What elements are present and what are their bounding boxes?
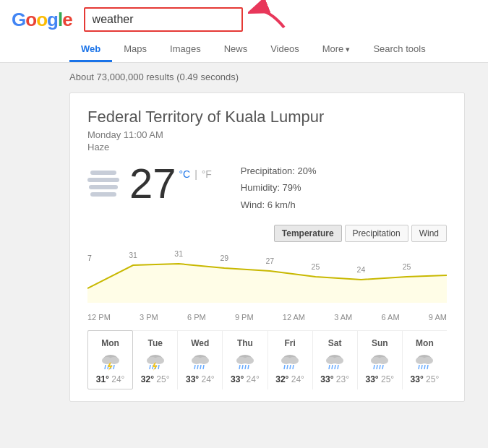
hour-label-2: 6 PM <box>187 313 206 322</box>
search-arrow-indicator <box>248 0 288 30</box>
weather-icon-area: 27 °C | °F <box>87 163 212 204</box>
svg-line-46 <box>293 365 294 369</box>
svg-line-58 <box>377 365 377 369</box>
temp-units: °C | °F <box>179 168 212 180</box>
svg-point-63 <box>423 357 433 364</box>
results-area: About 73,000,000 results (0.49 seconds) … <box>0 63 488 413</box>
daily-forecast: Mon 31° 24° <box>87 330 447 389</box>
svg-point-28 <box>199 357 209 364</box>
day-temps-3: 33° 24° <box>226 374 264 384</box>
svg-line-38 <box>245 365 246 369</box>
hour-label-4: 12 AM <box>283 313 305 322</box>
temp-display: 27 °C | °F <box>129 163 212 204</box>
hour-labels: 12 PM 3 PM 6 PM 9 PM 12 AM 3 AM 6 AM 9 A… <box>87 313 447 322</box>
weather-card: Federal Territory of Kuala Lumpur Monday… <box>69 92 465 402</box>
svg-line-65 <box>421 365 422 369</box>
header-top: Google weather <box>12 7 476 32</box>
svg-marker-1 <box>87 264 447 303</box>
tab-web[interactable]: Web <box>69 38 112 62</box>
header: Google weather Web Maps Images News Vide… <box>0 0 488 63</box>
precipitation-button[interactable]: Precipitation <box>345 225 408 242</box>
day-name-1: Tue <box>136 338 174 348</box>
svg-line-45 <box>290 365 291 369</box>
svg-line-21 <box>150 365 150 369</box>
svg-point-49 <box>333 357 343 364</box>
svg-text:24: 24 <box>357 265 366 274</box>
svg-line-16 <box>114 365 114 369</box>
tab-search-tools[interactable]: Search tools <box>361 38 437 62</box>
day-icon-4 <box>271 351 309 371</box>
svg-line-31 <box>200 365 201 369</box>
svg-text:25: 25 <box>312 262 320 271</box>
tab-more[interactable]: More <box>311 38 362 62</box>
forecast-day-5[interactable]: Sat 33° 23° <box>313 331 358 389</box>
day-temps-4: 32° 24° <box>271 374 309 384</box>
svg-line-30 <box>197 365 198 369</box>
haze-icon <box>87 171 119 197</box>
temperature-button[interactable]: Temperature <box>274 225 342 242</box>
svg-text:31: 31 <box>129 251 137 259</box>
forecast-day-2[interactable]: Wed 33° 24° <box>178 331 223 389</box>
svg-text:27: 27 <box>87 254 92 262</box>
day-icon-3 <box>226 351 264 371</box>
svg-text:31: 31 <box>174 249 183 258</box>
svg-line-32 <box>203 365 204 369</box>
weather-condition: Haze <box>87 142 447 152</box>
search-box-wrapper: weather <box>84 7 243 32</box>
location-name: Federal Territory of Kuala Lumpur <box>87 108 447 126</box>
hour-label-3: 9 PM <box>235 313 254 322</box>
forecast-day-1[interactable]: Tue 32° 25° <box>133 331 178 389</box>
svg-line-29 <box>194 365 195 369</box>
google-logo[interactable]: Google <box>12 9 72 31</box>
precipitation-text: Precipitation: 20% <box>241 163 317 179</box>
search-input[interactable]: weather <box>84 7 243 32</box>
svg-line-44 <box>287 365 288 369</box>
svg-line-57 <box>374 365 374 369</box>
day-temps-0: 31° 24° <box>91 374 129 384</box>
svg-line-66 <box>424 365 425 369</box>
day-name-6: Sun <box>361 338 399 348</box>
day-temps-1: 32° 25° <box>136 374 174 384</box>
forecast-day-4[interactable]: Fri 32° 24° <box>268 331 313 389</box>
temperature-number: 27 <box>129 163 176 204</box>
day-icon-5 <box>316 351 354 371</box>
svg-point-42 <box>288 357 299 364</box>
svg-line-43 <box>284 365 285 369</box>
svg-line-60 <box>382 365 383 369</box>
hour-label-5: 3 AM <box>334 313 352 322</box>
svg-text:29: 29 <box>220 254 228 262</box>
tab-maps[interactable]: Maps <box>112 38 158 62</box>
date-time: Monday 11:00 AM <box>87 129 447 140</box>
tab-videos[interactable]: Videos <box>259 38 311 62</box>
weather-chart-svg: 27 31 31 29 27 25 24 25 <box>87 245 447 303</box>
day-icon-7 <box>406 351 444 371</box>
day-temps-2: 33° 24° <box>181 374 219 384</box>
current-weather: 27 °C | °F Precipitation: 20% Humidity: … <box>87 163 447 213</box>
svg-line-37 <box>242 365 243 369</box>
day-name-4: Fri <box>271 338 309 348</box>
fahrenheit-link[interactable]: °F <box>202 168 212 180</box>
forecast-day-3[interactable]: Thu 33° 24° <box>223 331 267 389</box>
forecast-day-0[interactable]: Mon 31° 24° <box>87 330 133 389</box>
svg-line-36 <box>239 365 240 369</box>
forecast-day-7[interactable]: Mon 33° 25° <box>403 331 447 389</box>
day-name-3: Thu <box>226 338 264 348</box>
wind-button[interactable]: Wind <box>411 225 447 242</box>
tab-images[interactable]: Images <box>158 38 213 62</box>
svg-line-67 <box>427 365 428 369</box>
day-name-0: Mon <box>91 338 129 348</box>
forecast-day-6[interactable]: Sun 33° 25° <box>358 331 403 389</box>
celsius-link[interactable]: °C <box>179 168 191 180</box>
wind-text: Wind: 6 km/h <box>241 197 317 213</box>
temp-separator: | <box>194 168 197 180</box>
hour-label-0: 12 PM <box>87 313 111 322</box>
svg-line-59 <box>380 365 380 369</box>
day-icon-1 <box>136 351 174 371</box>
svg-text:27: 27 <box>265 257 274 265</box>
day-name-7: Mon <box>406 338 444 348</box>
svg-line-24 <box>158 365 159 369</box>
hour-label-6: 6 AM <box>382 313 400 322</box>
hour-label-1: 3 PM <box>140 313 158 322</box>
chart-area: 27 31 31 29 27 25 24 25 <box>87 245 447 310</box>
tab-news[interactable]: News <box>213 38 260 62</box>
